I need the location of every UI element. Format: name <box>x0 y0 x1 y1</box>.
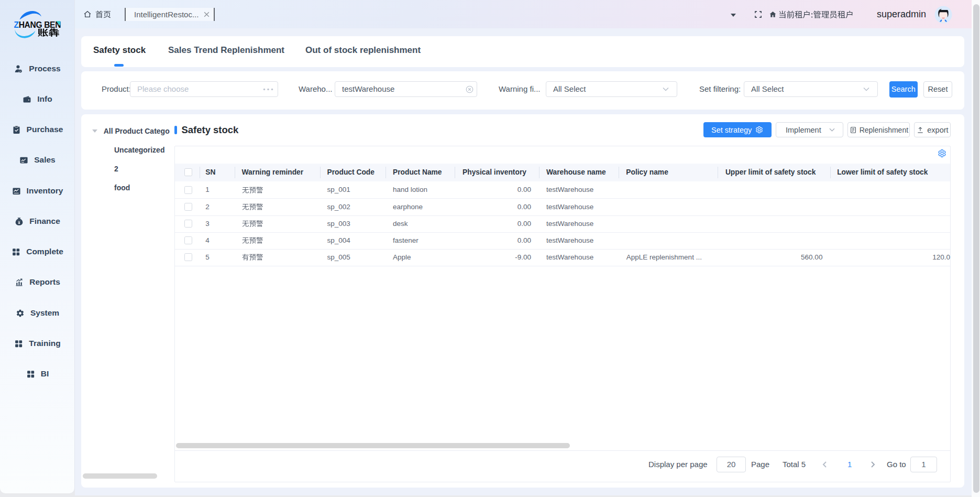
svg-text:ZHANG BEN: ZHANG BEN <box>14 20 61 29</box>
